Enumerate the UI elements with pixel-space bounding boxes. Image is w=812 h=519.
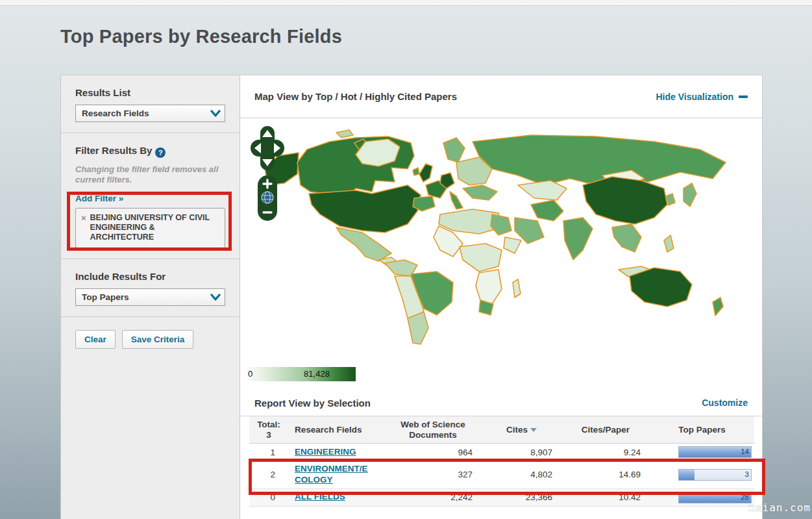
map-title: Map View by Top / Hot / Highly Cited Pap… (254, 91, 457, 102)
cites-header-label: Cites (506, 425, 528, 435)
total-value: 3 (252, 430, 286, 440)
remove-filter-icon[interactable]: × (81, 213, 86, 243)
top-papers-bar: 14 (678, 446, 752, 458)
filter-heading: Filter Results By? (75, 145, 225, 158)
map-region-usa[interactable] (309, 185, 421, 233)
wos-documents-value: 2,242 (384, 488, 482, 506)
map-region-japan[interactable] (683, 183, 696, 207)
map-controls (249, 126, 288, 222)
active-filter-tag: × BEIJING UNIVERSITY OF CIVIL ENGINEERIN… (75, 208, 225, 249)
cites-per-paper-value: 14.69 (561, 461, 650, 489)
map-region-philippines[interactable] (664, 235, 674, 252)
top-strip (0, 0, 812, 6)
results-list-dropdown[interactable]: Research Fields (75, 105, 225, 122)
map-region-china[interactable] (583, 177, 667, 224)
watermark: nxian.com (748, 501, 811, 514)
page-title: Top Papers by Research Fields (60, 26, 342, 47)
watermark-text: nxian.com (748, 501, 811, 514)
filter-heading-label: Filter Results By (75, 145, 152, 156)
table-row: 1ENGINEERING9648,9079.2414 (249, 444, 754, 461)
filter-section: Filter Results By? Changing the filter f… (61, 133, 240, 259)
zoom-control[interactable] (258, 175, 277, 221)
minus-icon (739, 95, 748, 98)
legend-min-value: 0 (248, 369, 252, 379)
sidebar-buttons: Clear Save Criteria (61, 317, 240, 362)
map-region-australia[interactable] (630, 268, 692, 307)
row-rank: 0 (249, 488, 288, 506)
filter-note: Changing the filter field removes all cu… (75, 164, 225, 186)
cites-per-paper-value: 10.42 (561, 488, 650, 506)
map-region-central-africa[interactable] (460, 244, 502, 272)
column-header-wos-documents[interactable]: Web of Science Documents (384, 416, 482, 444)
report-title: Report View by Selection (254, 398, 371, 409)
map-region-turkey[interactable] (463, 185, 497, 200)
map-region-argentina[interactable] (408, 312, 428, 344)
pan-control[interactable] (251, 126, 284, 170)
cites-per-paper-value: 9.24 (561, 444, 650, 461)
wos-documents-value: 327 (384, 461, 482, 489)
include-results-section: Include Results For Top Papers (61, 259, 240, 317)
globe-icon[interactable] (262, 192, 273, 203)
map-region-southeast-asia[interactable] (612, 224, 641, 252)
customize-link[interactable]: Customize (702, 398, 748, 408)
sort-descending-icon (530, 428, 537, 432)
map-region-southern-africa[interactable] (476, 270, 502, 304)
map-region-india[interactable] (563, 218, 593, 260)
total-label: Total: (252, 420, 286, 430)
top-papers-value: 28 (741, 493, 749, 501)
row-rank: 2 (249, 461, 288, 489)
map-region-horn-of-africa[interactable] (504, 237, 521, 253)
map-region-scandinavia[interactable] (443, 138, 465, 162)
column-header-research-fields[interactable]: Research Fields (288, 416, 384, 444)
research-field-link[interactable]: ENGINEERING (295, 447, 356, 458)
map-region-madagascar[interactable] (513, 279, 521, 297)
include-results-dropdown[interactable]: Top Papers (75, 288, 225, 306)
active-filter-label: BEIJING UNIVERSITY OF CIVIL ENGINEERING … (90, 213, 219, 243)
hide-visualization-label: Hide Visualization (656, 92, 733, 102)
column-header-cites-per-paper[interactable]: Cites/Paper (561, 416, 650, 444)
map-section-header: Map View by Top / Hot / Highly Cited Pap… (240, 75, 762, 118)
hide-visualization-link[interactable]: Hide Visualization (656, 92, 748, 102)
table-row: 0ALL FIELDS2,24223,36610.4228 (249, 488, 754, 506)
wos-documents-value: 964 (384, 444, 482, 461)
save-criteria-button[interactable]: Save Criteria (122, 330, 194, 349)
include-results-selected: Top Papers (82, 292, 129, 302)
row-rank: 1 (249, 444, 288, 461)
map-color-legend: 0 81,428 (245, 367, 356, 381)
results-list-section: Results List Research Fields (61, 75, 240, 133)
report-table-body: 1ENGINEERING9648,9079.24142ENVIRONMENT/E… (249, 444, 754, 507)
map-region-central-asia[interactable] (518, 181, 567, 200)
report-section-header: Report View by Selection Customize (240, 390, 762, 416)
clear-button[interactable]: Clear (75, 330, 116, 349)
research-field-link[interactable]: ALL FIELDS (295, 492, 345, 503)
cites-value: 23,366 (482, 488, 561, 506)
chevron-down-icon (210, 294, 221, 301)
add-filter-link[interactable]: Add Filter » (75, 194, 123, 203)
column-header-top-papers[interactable]: Top Papers (650, 416, 754, 444)
results-list-heading: Results List (75, 87, 225, 98)
research-field-link[interactable]: ENVIRONMENT/ECOLOGY (295, 464, 369, 486)
map-region-uk[interactable] (419, 164, 432, 182)
table-header-row: Total: 3 Research Fields Web of Science … (249, 416, 754, 444)
legend-max-value: 81,428 (304, 369, 330, 379)
world-map[interactable] (258, 123, 741, 355)
column-header-cites[interactable]: Cites (482, 416, 561, 444)
top-papers-value: 14 (741, 448, 749, 455)
total-header: Total: 3 (249, 416, 288, 444)
top-papers-bar: 28 (678, 492, 752, 503)
main-panel: Map View by Top / Hot / Highly Cited Pap… (240, 75, 763, 519)
map-region-italy[interactable] (450, 192, 463, 209)
watermark-line (695, 507, 754, 509)
top-papers-value: 3 (745, 470, 749, 478)
map-region-new-zealand[interactable] (713, 297, 723, 316)
include-results-heading: Include Results For (75, 271, 225, 282)
map-region-egypt[interactable] (491, 214, 511, 235)
report-table: Total: 3 Research Fields Web of Science … (249, 416, 754, 507)
cites-value: 4,802 (482, 461, 561, 489)
sidebar: Results List Research Fields Filter Resu… (60, 75, 240, 519)
help-icon[interactable]: ? (155, 147, 166, 158)
results-list-selected: Research Fields (82, 108, 149, 118)
map-region-iran[interactable] (531, 200, 563, 221)
top-papers-bar: 3 (678, 469, 752, 481)
map-region-russia[interactable] (473, 135, 726, 185)
